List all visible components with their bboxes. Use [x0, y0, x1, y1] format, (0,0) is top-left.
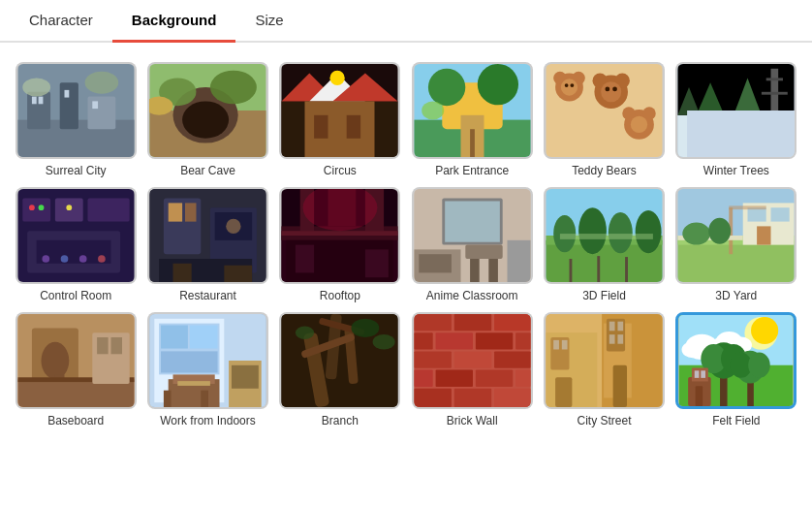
thumb-control-room — [16, 187, 137, 284]
thumb-work-from-indoors — [147, 312, 268, 409]
svg-rect-172 — [435, 332, 472, 349]
svg-point-33 — [422, 101, 444, 119]
svg-rect-107 — [507, 240, 530, 282]
svg-rect-106 — [488, 259, 498, 282]
svg-point-16 — [210, 71, 257, 105]
grid-item-felt-field[interactable]: Felt Field — [675, 312, 797, 427]
svg-rect-86 — [224, 266, 252, 282]
grid-item-label-bear-cave: Bear Cave — [180, 164, 235, 177]
svg-point-45 — [601, 81, 621, 102]
grid-item-winter-trees[interactable]: Winter Trees — [675, 62, 797, 177]
svg-rect-3 — [59, 82, 78, 129]
grid-item-branch[interactable]: Branch — [279, 312, 401, 427]
svg-rect-104 — [465, 245, 502, 259]
svg-rect-123 — [748, 207, 766, 221]
svg-rect-117 — [625, 257, 628, 282]
grid-item-3d-yard[interactable]: 3D Yard — [675, 187, 797, 302]
svg-point-112 — [578, 207, 607, 254]
svg-rect-93 — [282, 231, 398, 236]
thumb-restaurant — [147, 187, 268, 284]
thumb-winter-trees — [675, 62, 796, 159]
svg-rect-173 — [476, 332, 513, 349]
thumb-teddy-bears — [544, 62, 665, 159]
svg-rect-174 — [515, 332, 530, 349]
thumb-city-street — [544, 312, 665, 409]
svg-rect-125 — [757, 226, 770, 244]
grid-item-teddy-bears[interactable]: Teddy Bears — [543, 62, 665, 177]
grid-container: Surreal City Bear Cave Circus Park Entra… — [0, 43, 812, 447]
svg-point-113 — [609, 212, 633, 253]
svg-rect-223 — [702, 370, 706, 378]
svg-rect-153 — [177, 381, 210, 386]
svg-point-47 — [612, 87, 617, 92]
grid-item-baseboard[interactable]: Baseboard — [15, 312, 137, 427]
thumb-3d-field — [544, 187, 665, 284]
svg-rect-184 — [494, 389, 530, 407]
grid-item-label-3d-yard: 3D Yard — [715, 289, 757, 302]
svg-rect-170 — [494, 314, 530, 331]
grid-item-3d-field[interactable]: 3D Field — [543, 187, 665, 302]
svg-rect-180 — [476, 370, 513, 387]
grid-item-park-entrance[interactable]: Park Entrance — [411, 62, 533, 177]
svg-point-129 — [683, 223, 711, 245]
grid-item-label-baseboard: Baseboard — [47, 414, 104, 427]
grid-item-brick-wall[interactable]: Brick Wall — [411, 312, 533, 427]
tab-size[interactable]: Size — [235, 0, 302, 43]
svg-rect-148 — [161, 351, 218, 372]
svg-rect-183 — [453, 389, 490, 407]
svg-point-26 — [330, 71, 345, 85]
svg-rect-154 — [164, 391, 172, 407]
svg-point-163 — [296, 326, 314, 338]
grid-item-bear-cave[interactable]: Bear Cave — [146, 62, 268, 177]
svg-rect-8 — [92, 101, 98, 109]
grid-item-control-room[interactable]: Control Room — [15, 187, 137, 302]
grid-item-restaurant[interactable]: Restaurant — [146, 187, 268, 302]
svg-point-51 — [631, 116, 647, 133]
svg-rect-175 — [414, 351, 451, 367]
grid-item-label-park-entrance: Park Entrance — [435, 164, 509, 177]
grid-item-rooftop[interactable]: Rooftop — [279, 187, 401, 302]
svg-rect-103 — [419, 254, 452, 272]
svg-rect-155 — [201, 391, 208, 407]
svg-rect-168 — [414, 314, 451, 331]
svg-point-9 — [22, 78, 50, 96]
tab-character[interactable]: Character — [10, 0, 112, 43]
grid-item-surreal-city[interactable]: Surreal City — [15, 62, 137, 177]
tab-background[interactable]: Background — [112, 0, 236, 43]
thumb-circus — [279, 62, 400, 159]
grid-item-circus[interactable]: Circus — [279, 62, 401, 177]
grid-item-city-street[interactable]: City Street — [543, 312, 665, 427]
svg-rect-118 — [560, 234, 653, 239]
svg-rect-25 — [347, 115, 360, 139]
svg-rect-200 — [546, 314, 662, 407]
svg-rect-34 — [470, 129, 475, 157]
svg-point-49 — [622, 107, 635, 119]
tabs-container: CharacterBackgroundSize — [0, 0, 812, 43]
svg-rect-181 — [515, 370, 530, 387]
svg-rect-147 — [190, 326, 218, 349]
svg-rect-105 — [470, 259, 480, 282]
svg-rect-169 — [453, 314, 490, 331]
svg-rect-146 — [161, 326, 188, 349]
svg-rect-224 — [696, 386, 703, 406]
grid-item-label-teddy-bears: Teddy Bears — [572, 164, 637, 177]
svg-rect-24 — [314, 115, 328, 139]
svg-rect-101 — [445, 201, 500, 241]
thumb-bear-cave — [147, 62, 268, 159]
grid-item-label-circus: Circus — [324, 164, 357, 177]
svg-rect-141 — [110, 337, 122, 354]
grid-item-label-city-street: City Street — [577, 414, 631, 427]
svg-rect-61 — [687, 111, 795, 157]
svg-rect-171 — [414, 332, 432, 349]
svg-rect-115 — [569, 259, 572, 282]
grid-item-label-brick-wall: Brick Wall — [447, 414, 498, 427]
grid-item-anime-classroom[interactable]: Anime Classroom — [411, 187, 533, 302]
svg-point-50 — [642, 107, 655, 119]
thumb-surreal-city — [16, 62, 137, 159]
svg-rect-179 — [435, 370, 472, 387]
grid-item-work-from-indoors[interactable]: Work from Indoors — [146, 312, 268, 427]
svg-rect-4 — [87, 97, 115, 130]
grid-item-label-felt-field: Felt Field — [712, 414, 760, 427]
svg-rect-178 — [414, 370, 432, 387]
thumb-branch — [279, 312, 400, 409]
